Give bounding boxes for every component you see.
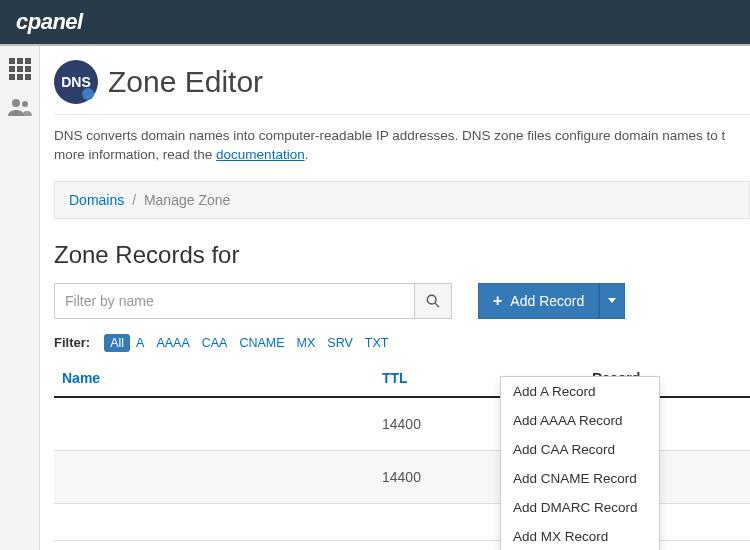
chevron-down-icon [608, 298, 616, 303]
dropdown-item-add-caa-record[interactable]: Add CAA Record [501, 435, 659, 464]
breadcrumb: Domains / Manage Zone [54, 181, 750, 219]
add-record-caret-button[interactable] [599, 283, 625, 319]
filter-pill-cname[interactable]: CNAME [233, 334, 290, 352]
dropdown-item-add-dmarc-record[interactable]: Add DMARC Record [501, 493, 659, 522]
cell-name [54, 397, 374, 451]
dropdown-item-add-a-record[interactable]: Add A Record [501, 377, 659, 406]
filter-pill-mx[interactable]: MX [291, 334, 322, 352]
intro-line-2: more information, read the [54, 147, 216, 162]
breadcrumb-root[interactable]: Domains [69, 192, 124, 208]
dropdown-item-add-mx-record[interactable]: Add MX Record [501, 522, 659, 550]
add-record-split-button: + Add Record [478, 283, 625, 319]
type-filter-label: Filter: [54, 335, 90, 350]
brand-text: cPanel [16, 9, 83, 34]
brand-logo[interactable]: cPanel [16, 9, 83, 35]
filter-input[interactable] [54, 283, 414, 319]
cell-name [54, 503, 374, 540]
intro-line-1: DNS converts domain names into computer-… [54, 128, 725, 143]
svg-point-0 [12, 99, 20, 107]
search-button[interactable] [414, 283, 452, 319]
breadcrumb-current: Manage Zone [144, 192, 230, 208]
filter-pill-caa[interactable]: CAA [196, 334, 234, 352]
add-record-button[interactable]: + Add Record [478, 283, 599, 319]
section-title: Zone Records for [54, 241, 750, 269]
svg-point-1 [22, 101, 28, 107]
page-header: DNS Zone Editor [54, 60, 750, 115]
search-icon [426, 294, 440, 308]
plus-icon: + [493, 292, 502, 310]
dns-icon-text: DNS [61, 74, 91, 90]
controls-row: + Add Record [54, 283, 750, 319]
dropdown-item-add-cname-record[interactable]: Add CNAME Record [501, 464, 659, 493]
sidebar [0, 46, 40, 550]
users-icon[interactable] [8, 98, 32, 121]
cell-name [54, 450, 374, 503]
filter-pill-txt[interactable]: TXT [359, 334, 395, 352]
add-record-label: Add Record [510, 293, 584, 309]
dropdown-item-add-aaaa-record[interactable]: Add AAAA Record [501, 406, 659, 435]
intro-period: . [305, 147, 309, 162]
documentation-link[interactable]: documentation [216, 147, 305, 162]
filter-pill-aaaa[interactable]: AAAA [150, 334, 195, 352]
page-title: Zone Editor [108, 65, 263, 99]
svg-line-3 [435, 303, 439, 307]
filter-pill-a[interactable]: A [130, 334, 150, 352]
filter-pill-srv[interactable]: SRV [321, 334, 358, 352]
breadcrumb-sep: / [132, 192, 136, 208]
type-filter-row: Filter: AllAAAAACAACNAMEMXSRVTXT [54, 335, 750, 350]
dns-icon: DNS [54, 60, 98, 104]
col-name[interactable]: Name [54, 360, 374, 397]
top-bar: cPanel [0, 0, 750, 44]
svg-point-2 [427, 295, 436, 304]
add-record-dropdown: Add A RecordAdd AAAA RecordAdd CAA Recor… [500, 376, 660, 550]
apps-grid-icon[interactable] [9, 58, 31, 80]
filter-group [54, 283, 452, 319]
intro-text: DNS converts domain names into computer-… [54, 115, 750, 181]
filter-pill-all[interactable]: All [104, 334, 130, 352]
main-content: DNS Zone Editor DNS converts domain name… [40, 46, 750, 550]
